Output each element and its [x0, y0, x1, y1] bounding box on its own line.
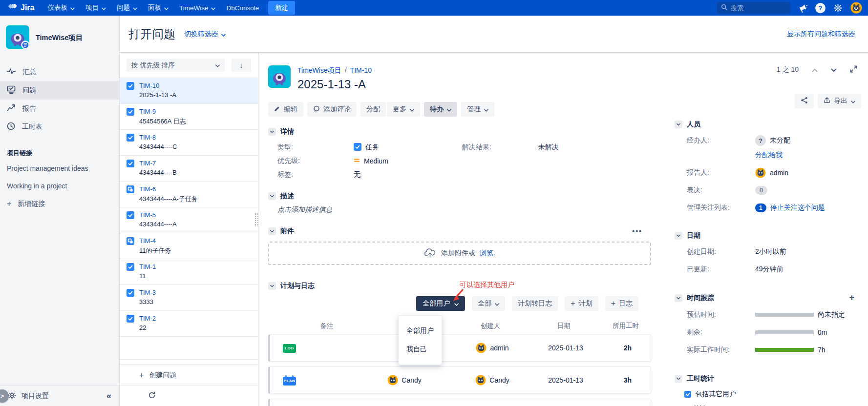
show-all-issues-link[interactable]: 显示所有问题和筛选器 [787, 30, 855, 39]
add-link-button[interactable]: + 新增链接 [0, 195, 119, 213]
issue-list-item[interactable]: TIM-74343444----B [120, 156, 258, 182]
issue-list-panel: 按 优先级 排序 ↓ TIM-102025-1-13 -A TIM-945454… [120, 53, 258, 406]
sidebar-item-reports[interactable]: 报告 [0, 100, 119, 118]
chevron-down-icon[interactable] [831, 66, 837, 74]
votes-label: 表决: [687, 186, 755, 195]
assign-button[interactable]: 分配 [360, 102, 386, 117]
page-title: 打开问题 [128, 26, 175, 42]
breadcrumb-project-link[interactable]: TimeWise项目 [297, 66, 341, 74]
more-button[interactable]: 更多 [387, 102, 420, 117]
chevron-down-icon[interactable] [268, 128, 276, 136]
issue-list-item[interactable]: TIM-945454566A 日志 [120, 104, 258, 130]
issue-list-item[interactable]: TIM-54343444----A [120, 207, 258, 233]
chevron-down-icon[interactable] [675, 294, 682, 302]
nav-boards[interactable]: 面板 [143, 1, 174, 15]
chevron-down-icon[interactable] [675, 375, 682, 383]
scope-filter-dropdown[interactable]: 全部 [472, 296, 505, 311]
priority-value: Medium [364, 157, 388, 165]
description-placeholder[interactable]: 点击添加描述信息 [268, 205, 651, 214]
user-avatar[interactable] [850, 2, 862, 14]
add-time-icon[interactable]: + [849, 293, 854, 303]
issue-list-item[interactable]: TIM-84343444----C [120, 130, 258, 156]
search-box[interactable] [717, 2, 790, 14]
task-icon [127, 160, 134, 177]
nav-projects[interactable]: 项目 [80, 1, 111, 15]
browse-link[interactable]: 浏览. [480, 249, 495, 258]
create-issue-button[interactable]: + 创建问题 [120, 364, 258, 386]
sidebar-item-issues[interactable]: 问题 [0, 81, 119, 100]
chevron-down-icon[interactable] [268, 192, 276, 200]
admin-button[interactable]: 管理 [461, 102, 494, 117]
task-icon [127, 108, 134, 125]
sort-direction-button[interactable]: ↓ [232, 59, 251, 72]
jira-logo-icon [8, 2, 17, 14]
project-link[interactable]: Project management ideas [0, 160, 119, 177]
export-icon [824, 97, 830, 105]
project-header[interactable]: TimeWise项目 [0, 16, 119, 55]
sidebar-item-timesheet[interactable]: 工时表 [0, 118, 119, 136]
issue-avatar [268, 65, 291, 91]
add-log-button[interactable]: + 日志 [605, 296, 638, 311]
help-icon[interactable]: ? [815, 3, 826, 13]
create-button[interactable]: 新建 [268, 1, 295, 15]
project-link[interactable]: Working in a project [0, 177, 119, 195]
menu-item-all-users[interactable]: 全部用户 [399, 322, 442, 340]
nav-timewise[interactable]: TimeWise [174, 2, 221, 14]
add-comment-button[interactable]: 添加评论 [307, 102, 357, 117]
jira-logo[interactable]: Jira [8, 2, 34, 14]
chevron-down-icon[interactable] [268, 282, 276, 290]
chevron-down-icon[interactable] [675, 121, 682, 128]
chevron-down-icon [164, 4, 169, 12]
issue-list-item[interactable]: TIM-102025-1-13 -A [120, 78, 258, 104]
collapse-icon[interactable]: « [106, 391, 111, 401]
chevron-down-icon[interactable] [268, 227, 276, 235]
issue-list-item[interactable]: TIM-33333 [120, 285, 258, 311]
plus-icon: + [7, 200, 11, 208]
stop-watching-link[interactable]: 停止关注这个问题 [770, 203, 825, 212]
assign-to-me-link[interactable]: 分配给我 [755, 151, 783, 160]
user-avatar [387, 375, 398, 386]
search-input[interactable] [731, 4, 784, 12]
unassigned-icon: ? [755, 135, 766, 146]
edit-button[interactable]: 编辑 [268, 102, 303, 117]
more-options-icon[interactable]: ••• [632, 227, 642, 235]
issue-list-item[interactable]: TIM-64343444----A-子任务 [120, 182, 258, 207]
watchers-label: 管理关注列表: [687, 203, 755, 212]
share-button[interactable] [795, 94, 814, 108]
sidebar-item-summary[interactable]: 汇总 [0, 63, 119, 81]
sort-dropdown[interactable]: 按 优先级 排序 [127, 59, 225, 72]
chevron-up-icon[interactable] [812, 66, 818, 74]
nav-dbconsole[interactable]: DbConsole [221, 2, 264, 14]
issue-list-item[interactable]: TIM-411的子任务 [120, 233, 258, 259]
issue-list-item[interactable]: TIM-111 [120, 259, 258, 285]
logged-label: 实际工作时间: [687, 345, 755, 354]
refresh-icon[interactable] [148, 391, 156, 401]
expand-icon[interactable] [850, 65, 857, 74]
assignee-value: 未分配 [770, 136, 790, 145]
include-others-checkbox[interactable] [684, 391, 691, 398]
project-settings-label[interactable]: 项目设置 [21, 392, 49, 401]
switch-filter-link[interactable]: 切换筛选器 [184, 30, 226, 39]
export-button[interactable]: 导出 [818, 94, 861, 108]
table-row[interactable] [268, 399, 651, 406]
table-row[interactable]: PLAN Candy Candy 2025-01- [268, 366, 651, 394]
table-row[interactable]: LOG admin 2025-01-13 2h [268, 334, 651, 362]
project-name: TimeWise项目 [36, 33, 83, 42]
chevron-down-icon[interactable] [675, 232, 682, 240]
attachment-dropzone[interactable]: 添加附件或 浏览. [268, 242, 651, 265]
nav-issues[interactable]: 问题 [111, 1, 143, 15]
add-plan-button[interactable]: + 计划 [565, 296, 598, 311]
breadcrumb-issue-link[interactable]: TIM-10 [350, 66, 372, 74]
task-icon [127, 211, 134, 229]
drag-handle-icon[interactable] [255, 213, 258, 226]
menu-item-myself[interactable]: 我自己 [399, 340, 442, 359]
megaphone-icon[interactable] [798, 3, 807, 13]
row-hours: 2h [602, 344, 653, 352]
status-button[interactable]: 待办 [424, 102, 457, 117]
estimate-bar [755, 313, 814, 317]
search-icon [721, 4, 727, 12]
gear-icon[interactable] [833, 3, 843, 13]
plan-to-log-button[interactable]: 计划转日志 [512, 296, 558, 311]
issue-list-item[interactable]: TIM-222 [120, 311, 258, 337]
nav-dashboards[interactable]: 仪表板 [42, 1, 80, 15]
